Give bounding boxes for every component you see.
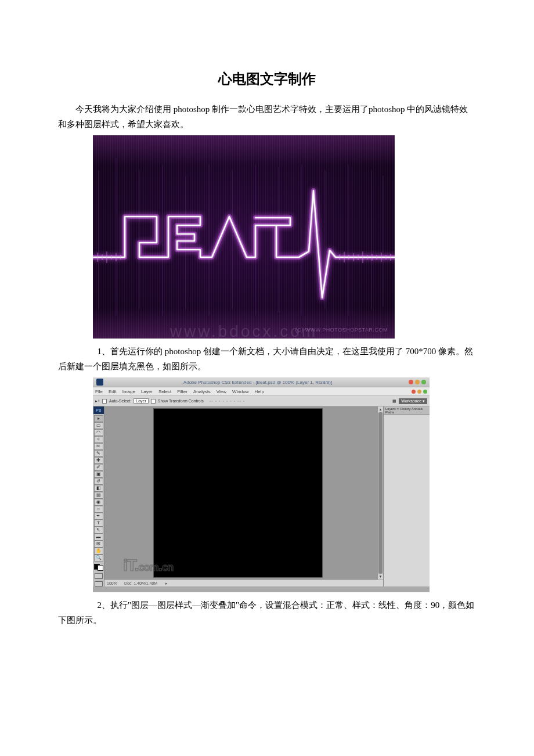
close-icon[interactable] bbox=[409, 380, 413, 384]
window-title: Adobe Photoshop CS3 Extended - [Beat.psd… bbox=[107, 380, 409, 385]
menu-help[interactable]: Help bbox=[254, 389, 264, 394]
show-transform-label: Show Transform Controls bbox=[158, 399, 204, 403]
menu-filter[interactable]: Filter bbox=[177, 389, 187, 394]
brush-tool[interactable]: ✐ bbox=[94, 464, 103, 471]
status-arrow-icon[interactable]: ▸ bbox=[165, 581, 168, 586]
toolbox: Ps ▸ ▭ ◠ ✧ ✂ ✎ ✚ ✐ ▣ ↺ ◧ ▤ ◉ ○ ✒ T ↖ ▬ ✉ bbox=[93, 406, 104, 586]
eyedropper-tool[interactable]: ✎ bbox=[94, 450, 103, 457]
minimize-icon[interactable] bbox=[415, 380, 420, 384]
heal-tool[interactable]: ✚ bbox=[94, 457, 103, 464]
menu-edit[interactable]: Edit bbox=[109, 389, 117, 394]
move-tool-icon: ▸+ bbox=[95, 399, 100, 404]
go-to-bridge-icon[interactable]: ▦ bbox=[392, 399, 396, 404]
menu-image[interactable]: Image bbox=[122, 389, 135, 394]
ps-logo-icon: Ps bbox=[93, 406, 104, 414]
shape-tool[interactable]: ▬ bbox=[94, 534, 103, 541]
panel-tabs[interactable]: Layers × History Annota Paths bbox=[384, 406, 430, 415]
lasso-tool[interactable]: ◠ bbox=[94, 429, 103, 436]
doc-zoom-icon[interactable] bbox=[423, 390, 427, 394]
menubar: File Edit Image Layer Select Filter Anal… bbox=[93, 387, 430, 396]
menu-layer[interactable]: Layer bbox=[141, 389, 153, 394]
zoom-level[interactable]: 100% bbox=[107, 581, 117, 585]
quick-mask-icon[interactable] bbox=[95, 573, 103, 578]
canvas-area: ▲ ▼ 100% Doc: 1.40M/1.40M ▸ iT.com.cn bbox=[104, 406, 383, 586]
page-title: 心电图文字制作 bbox=[58, 70, 476, 88]
auto-select-label: Auto-Select: bbox=[109, 399, 131, 403]
doc-minimize-icon[interactable] bbox=[417, 390, 421, 394]
scroll-up-icon[interactable]: ▲ bbox=[378, 406, 383, 412]
blur-tool[interactable]: ◉ bbox=[94, 499, 103, 506]
menu-view[interactable]: View bbox=[217, 389, 226, 394]
zoom-icon[interactable] bbox=[421, 380, 426, 384]
panel-content[interactable] bbox=[384, 415, 430, 586]
doc-size: Doc: 1.40M/1.40M bbox=[124, 581, 157, 585]
titlebar: Adobe Photoshop CS3 Extended - [Beat.psd… bbox=[93, 377, 430, 387]
canvas[interactable] bbox=[154, 409, 322, 577]
window-traffic-lights[interactable] bbox=[409, 380, 426, 384]
history-brush-tool[interactable]: ↺ bbox=[94, 478, 103, 485]
figure-1: (C) WWW.PHOTOSHOPSTAR.COM www.bdocx.com bbox=[93, 135, 476, 339]
figure2-watermark: iT.com.cn bbox=[123, 556, 173, 575]
gradient-tool[interactable]: ▤ bbox=[94, 492, 103, 499]
menu-window[interactable]: Window bbox=[232, 389, 248, 394]
photoshop-window: Adobe Photoshop CS3 Extended - [Beat.psd… bbox=[93, 377, 430, 592]
beat-effect-image: (C) WWW.PHOTOSHOPSTAR.COM www.bdocx.com bbox=[93, 135, 395, 339]
intro-paragraph: 今天我将为大家介绍使用 photoshop 制作一款心电图艺术字特效，主要运用了… bbox=[58, 102, 476, 132]
screen-mode-icon[interactable] bbox=[95, 581, 103, 586]
crop-tool[interactable]: ✂ bbox=[94, 443, 103, 450]
options-bar: ▸+ Auto-Select: Layer Show Transform Con… bbox=[93, 396, 430, 406]
path-tool[interactable]: ↖ bbox=[94, 527, 103, 534]
menu-select[interactable]: Select bbox=[158, 389, 171, 394]
menu-file[interactable]: File bbox=[95, 389, 103, 394]
color-swatches[interactable] bbox=[94, 564, 103, 571]
eraser-tool[interactable]: ◧ bbox=[94, 485, 103, 492]
step-1: 1、首先运行你的 photoshop 创建一个新文档，大小请自由决定，在这里我使… bbox=[58, 344, 476, 374]
pen-tool[interactable]: ✒ bbox=[94, 513, 103, 520]
scrollbar-thumb[interactable] bbox=[378, 412, 383, 574]
notes-tool[interactable]: ✉ bbox=[94, 541, 103, 548]
photoshop-body: Ps ▸ ▭ ◠ ✧ ✂ ✎ ✚ ✐ ▣ ↺ ◧ ▤ ◉ ○ ✒ T ↖ ▬ ✉ bbox=[93, 406, 430, 586]
beat-waveform bbox=[93, 135, 395, 339]
marquee-tool[interactable]: ▭ bbox=[94, 422, 103, 429]
photoshop-app-icon bbox=[96, 379, 103, 386]
vertical-scrollbar[interactable]: ▲ ▼ bbox=[377, 406, 383, 579]
status-bar: 100% Doc: 1.40M/1.40M ▸ bbox=[104, 579, 383, 586]
show-transform-checkbox[interactable] bbox=[151, 399, 156, 404]
dodge-tool[interactable]: ○ bbox=[94, 506, 103, 513]
menu-analysis[interactable]: Analysis bbox=[193, 389, 211, 394]
stamp-tool[interactable]: ▣ bbox=[94, 471, 103, 478]
hand-tool[interactable]: ✋ bbox=[94, 548, 103, 555]
auto-select-dropdown[interactable]: Layer bbox=[134, 398, 149, 404]
doc-close-icon[interactable] bbox=[412, 390, 416, 394]
step-2: 2、执行"图层—图层样式—渐变叠加"命令，设置混合模式：正常、样式：线性、角度：… bbox=[58, 598, 476, 628]
workspace-dropdown[interactable]: Workspace ▾ bbox=[399, 398, 427, 404]
panel: Layers × History Annota Paths bbox=[383, 406, 430, 586]
scroll-down-icon[interactable]: ▼ bbox=[378, 574, 383, 579]
figure1-overlay-watermark: www.bdocx.com bbox=[170, 322, 317, 339]
auto-select-checkbox[interactable] bbox=[102, 399, 107, 404]
move-tool[interactable]: ▸ bbox=[94, 415, 103, 422]
figure-2: Adobe Photoshop CS3 Extended - [Beat.psd… bbox=[93, 377, 476, 592]
align-icons[interactable]: ▫▫ ▫ ▫ ▫ ▫ ▫ ▫ ▫▫ ▫ bbox=[210, 399, 246, 403]
background-color[interactable] bbox=[98, 565, 103, 571]
wand-tool[interactable]: ✧ bbox=[94, 436, 103, 443]
type-tool[interactable]: T bbox=[94, 520, 103, 527]
zoom-tool[interactable]: 🔍 bbox=[94, 555, 103, 561]
